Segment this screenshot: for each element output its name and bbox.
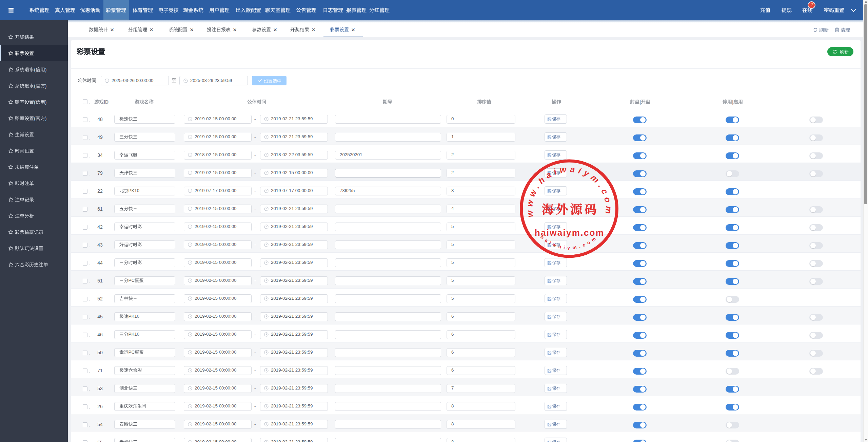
svg-text:haiwaiym.com: haiwaiym.com (535, 228, 604, 238)
